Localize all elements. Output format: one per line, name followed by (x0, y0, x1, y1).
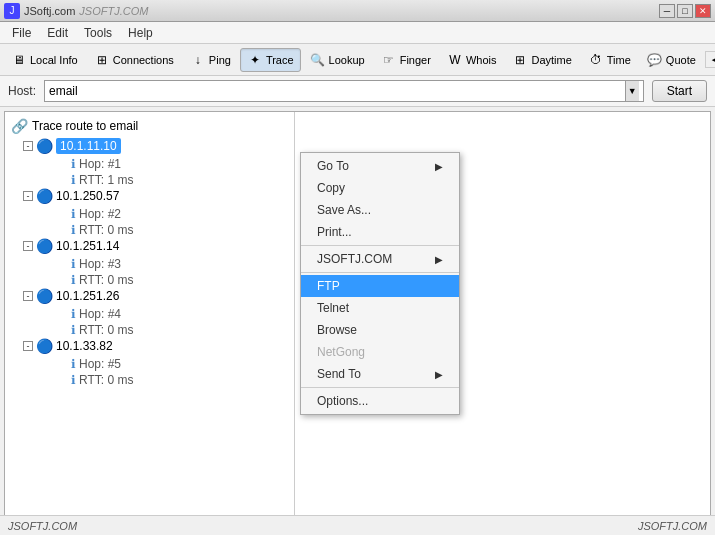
tree-expand-2[interactable]: - (23, 191, 33, 201)
ctx-jsoftj-arrow: ▶ (435, 254, 443, 265)
toolbar-scroll-left[interactable]: ◄ (705, 51, 715, 68)
tab-finger-label: Finger (400, 54, 431, 66)
ctx-ftp[interactable]: FTP (301, 275, 459, 297)
router-icon-3: 🔵 (36, 238, 53, 254)
tree-node-2[interactable]: 10.1.250.57 (56, 188, 119, 204)
time-icon: ⏱ (588, 52, 604, 68)
close-button[interactable]: ✕ (695, 4, 711, 18)
info-icon-2-hop: ℹ (71, 207, 76, 221)
ctx-options[interactable]: Options... (301, 390, 459, 412)
ctx-send-to-arrow: ▶ (435, 369, 443, 380)
host-dropdown-button[interactable]: ▼ (625, 81, 639, 101)
tab-whois-label: Whois (466, 54, 497, 66)
trace-root: 🔗 Trace route to email (11, 118, 288, 134)
tree-expand-5[interactable]: - (23, 341, 33, 351)
tree-node-3-row: - 🔵 10.1.251.14 (23, 238, 288, 254)
tree-node-5-rtt: ℹ RTT: 0 ms (71, 372, 288, 388)
tree-node-4[interactable]: 10.1.251.26 (56, 288, 119, 304)
tree-expand-4[interactable]: - (23, 291, 33, 301)
lookup-icon: 🔍 (310, 52, 326, 68)
host-input[interactable] (49, 84, 625, 98)
router-icon-1: 🔵 (36, 138, 53, 154)
tab-local-info[interactable]: 🖥 Local Info (4, 48, 85, 72)
ctx-netgong: NetGong (301, 341, 459, 363)
tree-node-2-hop: ℹ Hop: #2 (71, 206, 288, 222)
tab-connections[interactable]: ⊞ Connections (87, 48, 181, 72)
tree-node-5-hop: ℹ Hop: #5 (71, 356, 288, 372)
main-content: 🔗 Trace route to email - 🔵 10.1.11.10 ℹ … (4, 111, 711, 520)
tree-node-4-hop: ℹ Hop: #4 (71, 306, 288, 322)
title-watermark: JSOFTJ.COM (79, 5, 148, 17)
tree-node-1-row: - 🔵 10.1.11.10 (23, 138, 288, 154)
tab-whois[interactable]: W Whois (440, 48, 504, 72)
ctx-copy[interactable]: Copy (301, 177, 459, 199)
window-controls: ─ □ ✕ (659, 4, 711, 18)
ctx-jsoftj[interactable]: JSOFTJ.COM ▶ (301, 248, 459, 270)
context-menu: Go To ▶ Copy Save As... Print... JSOFTJ.… (300, 152, 460, 415)
tree-node-2-rtt: ℹ RTT: 0 ms (71, 222, 288, 238)
whois-icon: W (447, 52, 463, 68)
tree-node-3-hop: ℹ Hop: #3 (71, 256, 288, 272)
tab-trace[interactable]: ✦ Trace (240, 48, 301, 72)
menu-tools[interactable]: Tools (76, 24, 120, 42)
info-icon-4-rtt: ℹ (71, 323, 76, 337)
finger-icon: ☞ (381, 52, 397, 68)
tab-time[interactable]: ⏱ Time (581, 48, 638, 72)
rtt-4-label: RTT: 0 ms (79, 323, 133, 337)
toolbar: 🖥 Local Info ⊞ Connections ↓ Ping ✦ Trac… (0, 44, 715, 76)
info-icon-5-rtt: ℹ (71, 373, 76, 387)
tree-node-5[interactable]: 10.1.33.82 (56, 338, 113, 354)
ctx-go-to-arrow: ▶ (435, 161, 443, 172)
info-icon-3-rtt: ℹ (71, 273, 76, 287)
hop-5-label: Hop: #5 (79, 357, 121, 371)
ctx-save-as[interactable]: Save As... (301, 199, 459, 221)
ctx-jsoftj-label: JSOFTJ.COM (317, 252, 392, 266)
ctx-telnet-label: Telnet (317, 301, 349, 315)
tab-lookup-label: Lookup (329, 54, 365, 66)
menu-file[interactable]: File (4, 24, 39, 42)
tree-node-3[interactable]: 10.1.251.14 (56, 238, 119, 254)
tab-daytime[interactable]: ⊞ Daytime (505, 48, 578, 72)
tree-panel: 🔗 Trace route to email - 🔵 10.1.11.10 ℹ … (5, 112, 295, 519)
menu-edit[interactable]: Edit (39, 24, 76, 42)
tree-expand-1[interactable]: - (23, 141, 33, 151)
tab-quote[interactable]: 💬 Quote (640, 48, 703, 72)
maximize-button[interactable]: □ (677, 4, 693, 18)
ctx-send-to[interactable]: Send To ▶ (301, 363, 459, 385)
status-left: JSOFTJ.COM (8, 520, 77, 532)
info-icon-1-rtt: ℹ (71, 173, 76, 187)
tree-node-4-rtt: ℹ RTT: 0 ms (71, 322, 288, 338)
ctx-telnet[interactable]: Telnet (301, 297, 459, 319)
tab-lookup[interactable]: 🔍 Lookup (303, 48, 372, 72)
ctx-go-to[interactable]: Go To ▶ (301, 155, 459, 177)
tab-ping[interactable]: ↓ Ping (183, 48, 238, 72)
menu-help[interactable]: Help (120, 24, 161, 42)
hop-2-label: Hop: #2 (79, 207, 121, 221)
tab-daytime-label: Daytime (531, 54, 571, 66)
minimize-button[interactable]: ─ (659, 4, 675, 18)
host-input-wrapper[interactable]: ▼ (44, 80, 644, 102)
ctx-separator-3 (301, 387, 459, 388)
trace-root-label: Trace route to email (32, 119, 138, 133)
ctx-separator-2 (301, 272, 459, 273)
info-icon-4-hop: ℹ (71, 307, 76, 321)
ctx-browse-label: Browse (317, 323, 357, 337)
ping-icon: ↓ (190, 52, 206, 68)
start-button[interactable]: Start (652, 80, 707, 102)
tree-node-1-hop: ℹ Hop: #1 (71, 156, 288, 172)
ctx-browse[interactable]: Browse (301, 319, 459, 341)
info-icon-1-hop: ℹ (71, 157, 76, 171)
tree-node-1[interactable]: 10.1.11.10 (56, 138, 121, 154)
hop-4-label: Hop: #4 (79, 307, 121, 321)
ctx-go-to-label: Go To (317, 159, 349, 173)
tree-expand-3[interactable]: - (23, 241, 33, 251)
tab-finger[interactable]: ☞ Finger (374, 48, 438, 72)
ctx-print[interactable]: Print... (301, 221, 459, 243)
host-label: Host: (8, 84, 36, 98)
trace-icon: ✦ (247, 52, 263, 68)
hop-1-label: Hop: #1 (79, 157, 121, 171)
status-right: JSOFTJ.COM (638, 520, 707, 532)
tree-node-4-row: - 🔵 10.1.251.26 (23, 288, 288, 304)
router-icon-5: 🔵 (36, 338, 53, 354)
tree-node-3-rtt: ℹ RTT: 0 ms (71, 272, 288, 288)
